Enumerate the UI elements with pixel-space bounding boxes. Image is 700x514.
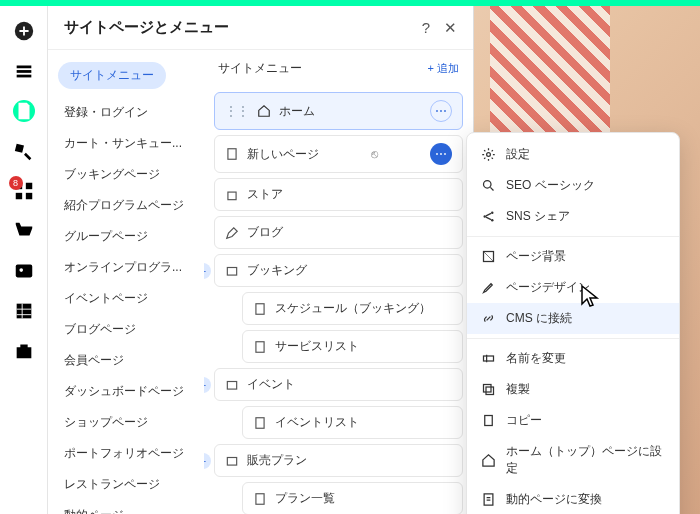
svg-point-23: [491, 212, 494, 215]
ctx-design[interactable]: ページデザイン: [467, 272, 679, 303]
svg-rect-14: [256, 303, 264, 314]
connect-icon: [481, 311, 496, 326]
svg-rect-8: [15, 265, 32, 278]
svg-rect-1: [16, 66, 31, 69]
store-icon[interactable]: [13, 220, 35, 242]
svg-point-21: [484, 181, 492, 189]
menu-item[interactable]: 登録・ログイン: [54, 97, 198, 128]
tree-row[interactable]: サービスリスト: [242, 330, 463, 363]
ctx-settings[interactable]: 設定: [467, 139, 679, 170]
add-page-link[interactable]: + 追加: [428, 61, 459, 76]
tree-label: ホーム: [279, 103, 315, 120]
menu-item[interactable]: 会員ページ: [54, 345, 198, 376]
menu-item[interactable]: レストランページ: [54, 469, 198, 500]
menu-item[interactable]: ブログページ: [54, 314, 198, 345]
svg-rect-18: [227, 457, 236, 465]
tree-row-plan[interactable]: − 販売プラン: [214, 444, 463, 477]
tree-row-event[interactable]: − イベント: [214, 368, 463, 401]
home-icon: [257, 104, 271, 118]
tree-row-new-page[interactable]: 新しいページ ⎋ ⋯: [214, 135, 463, 173]
svg-rect-16: [227, 381, 236, 389]
menu-item[interactable]: オンラインプログラ...: [54, 252, 198, 283]
tree-label: スケジュール（ブッキング）: [275, 300, 431, 317]
tree-label: サービスリスト: [275, 338, 359, 355]
design-icon[interactable]: [13, 140, 35, 162]
tree-label: 販売プラン: [247, 452, 307, 469]
panel-header: サイトページとメニュー ? ✕: [48, 6, 473, 50]
collapse-icon[interactable]: −: [204, 377, 211, 393]
home-icon: [481, 453, 496, 468]
menu-category-list: サイトメニュー 登録・ログインカート・サンキュー...ブッキングページ紹介プログ…: [48, 50, 204, 514]
tree-row[interactable]: イベントリスト: [242, 406, 463, 439]
tree-label: プラン一覧: [275, 490, 335, 507]
business-icon[interactable]: [13, 340, 35, 362]
svg-rect-12: [228, 192, 236, 200]
menu-item[interactable]: ブッキングページ: [54, 159, 198, 190]
site-menu-tab[interactable]: サイトメニュー: [58, 62, 166, 89]
ctx-bg[interactable]: ページ背景: [467, 241, 679, 272]
tree-label: イベントリスト: [275, 414, 359, 431]
drag-handle-icon[interactable]: ⋮⋮: [225, 104, 249, 118]
collapse-icon[interactable]: −: [204, 453, 211, 469]
sections-icon[interactable]: [13, 60, 35, 82]
media-icon[interactable]: [13, 260, 35, 282]
menu-item[interactable]: 紹介プログラムページ: [54, 190, 198, 221]
ctx-seo[interactable]: SEO ベーシック: [467, 170, 679, 201]
menu-item[interactable]: ポートフォリオページ: [54, 438, 198, 469]
svg-rect-6: [15, 193, 21, 199]
collapse-icon[interactable]: −: [204, 263, 211, 279]
svg-point-20: [487, 153, 491, 157]
apps-icon[interactable]: 8: [13, 180, 35, 202]
ctx-rename[interactable]: 名前を変更: [467, 343, 679, 374]
more-icon[interactable]: ⋯: [430, 143, 452, 165]
tree-row-blog[interactable]: ブログ: [214, 216, 463, 249]
ctx-set-home[interactable]: ホーム（トップ）ページに設定: [467, 436, 679, 484]
ctx-cms[interactable]: CMS に接続: [467, 303, 679, 334]
separator: [467, 338, 679, 339]
page-icon: [253, 340, 267, 354]
menu-item[interactable]: カート・サンキュー...: [54, 128, 198, 159]
svg-rect-3: [16, 75, 31, 78]
tree-label: イベント: [247, 376, 295, 393]
gear-icon: [481, 147, 496, 162]
data-icon[interactable]: [13, 300, 35, 322]
tree-label: ブログ: [247, 224, 283, 241]
svg-rect-5: [25, 183, 31, 189]
menu-item[interactable]: グループページ: [54, 221, 198, 252]
tree-row[interactable]: プラン一覧: [242, 482, 463, 514]
menu-item[interactable]: イベントページ: [54, 283, 198, 314]
ctx-dynamic[interactable]: 動的ページに変換: [467, 484, 679, 514]
svg-rect-13: [227, 267, 236, 275]
tree-row-store[interactable]: ストア: [214, 178, 463, 211]
svg-rect-7: [25, 193, 31, 199]
dynamic-icon: [481, 492, 496, 507]
icon-rail: 8: [0, 6, 48, 514]
separator: [467, 236, 679, 237]
menu-item[interactable]: ダッシュボードページ: [54, 376, 198, 407]
svg-rect-26: [484, 356, 494, 361]
ctx-duplicate[interactable]: 複製: [467, 374, 679, 405]
ctx-sns[interactable]: SNS シェア: [467, 201, 679, 232]
close-icon[interactable]: ✕: [444, 19, 457, 37]
tree-label: 新しいページ: [247, 146, 319, 163]
pages-icon[interactable]: [13, 100, 35, 122]
menu-item[interactable]: ショップページ: [54, 407, 198, 438]
tree-row-booking[interactable]: − ブッキング: [214, 254, 463, 287]
folder-icon: [225, 264, 239, 278]
page-tree: サイトメニュー + 追加 ⋮⋮ ホーム ⋯ 新しいページ ⎋ ⋯ ストア: [204, 50, 473, 514]
add-icon[interactable]: [13, 20, 35, 42]
svg-rect-10: [16, 304, 31, 319]
ctx-copy[interactable]: コピー: [467, 405, 679, 436]
tree-row-home[interactable]: ⋮⋮ ホーム ⋯: [214, 92, 463, 130]
duplicate-icon: [481, 382, 496, 397]
menu-item[interactable]: 動的ページ: [54, 500, 198, 514]
store-icon: [225, 188, 239, 202]
svg-rect-2: [16, 70, 31, 73]
more-icon[interactable]: ⋯: [430, 100, 452, 122]
folder-icon: [225, 378, 239, 392]
tree-row[interactable]: スケジュール（ブッキング）: [242, 292, 463, 325]
rename-icon: [481, 351, 496, 366]
panel-title: サイトページとメニュー: [64, 18, 229, 37]
tree-title: サイトメニュー: [218, 60, 302, 77]
help-icon[interactable]: ?: [422, 19, 430, 37]
